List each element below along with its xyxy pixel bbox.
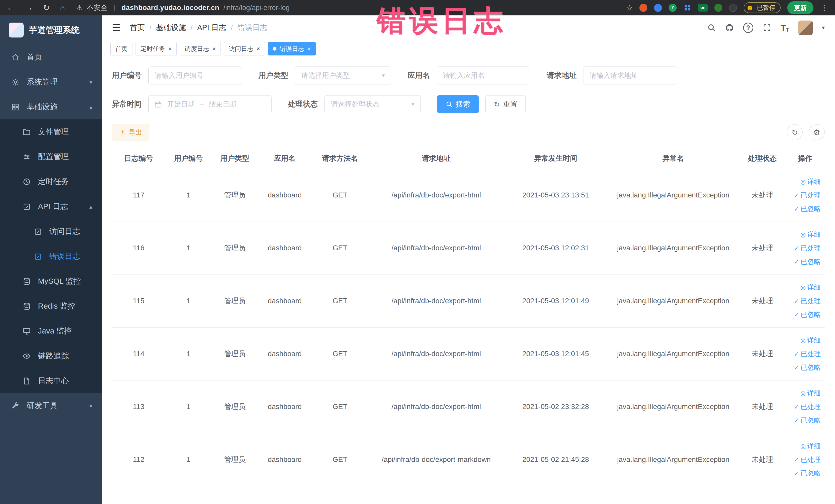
monitor-icon xyxy=(23,327,34,335)
sidebar-item-error-log[interactable]: 错误日志 xyxy=(0,244,102,269)
user-type-select[interactable]: 请选择用户类型 ▾ xyxy=(295,66,391,84)
action-processed[interactable]: ✓已处理 xyxy=(788,241,821,255)
help-icon[interactable]: ? xyxy=(743,23,753,33)
sidebar-item-file-management[interactable]: 文件管理 xyxy=(0,119,102,144)
browser-home-icon[interactable]: ⌂ xyxy=(60,3,65,12)
action-processed[interactable]: ✓已处理 xyxy=(788,400,821,414)
font-size-icon[interactable]: TT xyxy=(780,23,789,33)
action-detail[interactable]: ◎详细 xyxy=(788,228,821,241)
export-button[interactable]: 导出 xyxy=(112,124,149,140)
sidebar-item-system-management[interactable]: 系统管理 ▾ xyxy=(0,69,102,95)
action-ignored[interactable]: ✓已忽略 xyxy=(788,202,821,216)
tab-error-log[interactable]: 错误日志 × xyxy=(268,42,316,56)
extension-icon[interactable] xyxy=(714,4,722,12)
close-icon[interactable]: × xyxy=(212,46,216,52)
sidebar-item-config-management[interactable]: 配置管理 xyxy=(0,144,102,169)
github-icon[interactable] xyxy=(725,23,734,32)
database-icon xyxy=(23,302,34,310)
tab-scheduled-tasks[interactable]: 定时任务 × xyxy=(136,42,177,56)
extension-icon[interactable] xyxy=(729,4,737,12)
bookmark-star-icon[interactable]: ☆ xyxy=(626,3,633,12)
browser-menu-icon[interactable]: ⋮ xyxy=(820,3,828,13)
action-ignored[interactable]: ✓已忽略 xyxy=(788,466,821,480)
action-processed[interactable]: ✓已处理 xyxy=(788,347,821,361)
sidebar-item-log-center[interactable]: 日志中心 xyxy=(0,368,102,394)
action-processed[interactable]: ✓已处理 xyxy=(788,453,821,466)
breadcrumb-api-log[interactable]: API 日志 xyxy=(197,23,226,33)
action-processed[interactable]: ✓已处理 xyxy=(788,188,821,202)
action-ignored[interactable]: ✓已忽略 xyxy=(788,361,821,374)
user-id-input[interactable] xyxy=(148,66,242,84)
eye-icon: ◎ xyxy=(800,231,806,238)
breadcrumb-infrastructure[interactable]: 基础设施 xyxy=(156,23,186,33)
cell-request-url: /api/infra/db-doc/export-html xyxy=(369,222,504,275)
action-detail[interactable]: ◎详细 xyxy=(788,439,821,453)
forward-icon[interactable]: → xyxy=(25,3,33,12)
breadcrumb-home[interactable]: 首页 xyxy=(130,23,145,33)
extension-on-badge[interactable]: on xyxy=(698,4,708,12)
address-bar[interactable]: ⚠ 不安全 | dashboard.yudao.iocoder.cn/infra… xyxy=(76,3,626,12)
sidebar-item-infrastructure[interactable]: 基础设施 ▴ xyxy=(0,95,102,119)
user-avatar[interactable] xyxy=(798,21,813,35)
cell-log-id: 112 xyxy=(112,433,165,486)
eye-icon: ◎ xyxy=(800,284,806,291)
action-ignored[interactable]: ✓已忽略 xyxy=(788,414,821,427)
table-row: 115 1 管理员 dashboard GET /api/infra/db-do… xyxy=(112,275,825,327)
column-header-method: 请求方法名 xyxy=(312,148,369,169)
action-ignored[interactable]: ✓已忽略 xyxy=(788,255,821,268)
close-icon[interactable]: × xyxy=(307,46,311,52)
reload-icon[interactable]: ↻ xyxy=(43,3,50,13)
cell-process-status: 未处理 xyxy=(739,327,786,380)
sidebar-item-redis-monitor[interactable]: Redis 监控 xyxy=(0,294,102,319)
process-status-select[interactable]: 请选择处理状态 ▾ xyxy=(324,95,421,113)
action-processed[interactable]: ✓已处理 xyxy=(788,294,821,308)
tab-dispatch-log[interactable]: 调度日志 × xyxy=(180,42,221,56)
extension-icon[interactable]: Y xyxy=(669,4,677,12)
cell-request-url: /api/infra/db-doc/export-html xyxy=(369,169,504,222)
action-detail[interactable]: ◎详细 xyxy=(788,281,821,294)
action-detail[interactable]: ◎详细 xyxy=(788,175,821,188)
close-icon[interactable]: × xyxy=(257,46,260,52)
table-body: 117 1 管理员 dashboard GET /api/infra/db-do… xyxy=(112,169,825,486)
fullscreen-icon[interactable] xyxy=(762,23,771,32)
extension-icon[interactable] xyxy=(654,4,662,12)
column-header-process-status: 处理状态 xyxy=(739,148,786,169)
filter-label-process-status: 处理状态 xyxy=(288,99,318,109)
cell-app-name: dashboard xyxy=(258,380,311,433)
back-icon[interactable]: ← xyxy=(7,3,15,12)
sidebar-item-java-monitor[interactable]: Java 监控 xyxy=(0,319,102,344)
reset-button[interactable]: ↻ 重置 xyxy=(485,95,526,113)
caret-down-icon[interactable]: ▾ xyxy=(822,24,825,31)
extension-icon[interactable] xyxy=(639,4,647,12)
sidebar: 芋道管理系统 首页 系统管理 ▾ 基础设施 ▴ 文件管理 配置管理 xyxy=(0,15,102,504)
sidebar-item-link-tracing[interactable]: 链路追踪 xyxy=(0,344,102,368)
sidebar-item-mysql-monitor[interactable]: MySQL 监控 xyxy=(0,269,102,294)
column-settings-button[interactable]: ⚙ xyxy=(809,124,825,140)
sidebar-item-home[interactable]: 首页 xyxy=(0,45,102,69)
hamburger-icon[interactable]: ☰ xyxy=(112,22,121,33)
close-icon[interactable]: × xyxy=(168,46,172,52)
document-icon xyxy=(23,377,34,385)
sidebar-item-dev-tools[interactable]: 研发工具 ▾ xyxy=(0,394,102,418)
sidebar-item-api-log[interactable]: API 日志 ▴ xyxy=(0,194,102,219)
search-icon[interactable] xyxy=(707,23,716,32)
tab-home[interactable]: 首页 xyxy=(110,42,133,56)
refresh-button[interactable]: ↻ xyxy=(787,124,803,140)
extension-grid-icon[interactable] xyxy=(683,4,691,12)
action-ignored[interactable]: ✓已忽略 xyxy=(788,308,821,321)
app-name-input[interactable] xyxy=(436,66,530,84)
sidebar-item-scheduled-tasks[interactable]: 定时任务 xyxy=(0,169,102,194)
tab-access-log[interactable]: 访问日志 × xyxy=(224,42,265,56)
profile-paused-badge[interactable]: ☻ 已暂停 xyxy=(744,2,780,13)
sidebar-item-access-log[interactable]: 访问日志 xyxy=(0,219,102,244)
action-detail[interactable]: ◎详细 xyxy=(788,386,821,400)
update-button[interactable]: 更新 xyxy=(787,1,813,14)
gear-icon: ⚙ xyxy=(813,128,820,137)
app-logo-row[interactable]: 芋道管理系统 xyxy=(0,15,102,45)
request-url-input[interactable] xyxy=(583,66,677,84)
chevron-down-icon: ▾ xyxy=(411,101,414,107)
action-detail[interactable]: ◎详细 xyxy=(788,334,821,347)
url-path: /infra/log/api-error-log xyxy=(223,4,289,12)
search-button[interactable]: 搜索 xyxy=(437,95,479,113)
date-range-picker[interactable]: 开始日期 – 结束日期 xyxy=(148,95,271,113)
